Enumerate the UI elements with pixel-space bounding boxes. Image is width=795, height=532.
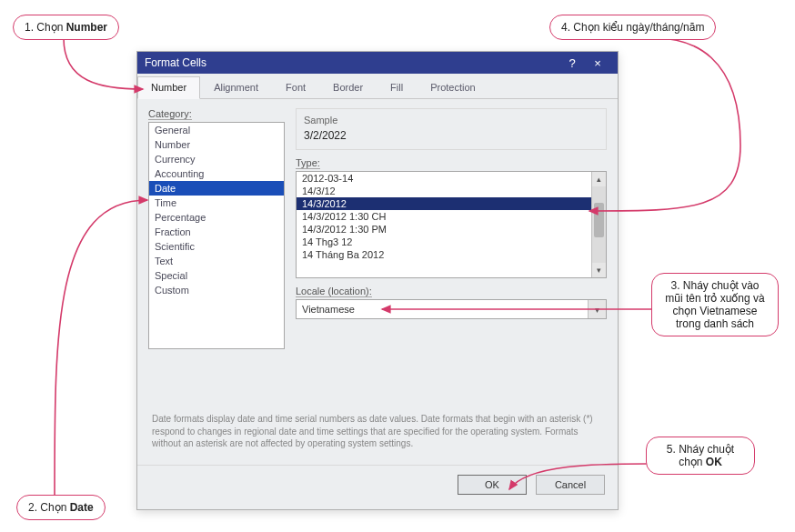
category-item-currency[interactable]: Currency <box>149 152 284 166</box>
category-item-fraction[interactable]: Fraction <box>149 225 284 239</box>
right-column: Sample 3/2/2022 Type: 2012-03-14 14/3/12… <box>296 108 607 349</box>
type-item-selected[interactable]: 14/3/2012 <box>297 197 591 210</box>
help-button[interactable]: ? <box>559 56 585 70</box>
type-item[interactable]: 14/3/12 <box>297 185 591 197</box>
callout-3: 3. Nháy chuột vào mũi tên trỏ xuống và c… <box>651 273 779 336</box>
type-scrollbar[interactable]: ▴ ▾ <box>591 172 606 277</box>
type-list[interactable]: 2012-03-14 14/3/12 14/3/2012 14/3/2012 1… <box>296 171 607 278</box>
tab-number[interactable]: Number <box>137 76 200 99</box>
category-item-number[interactable]: Number <box>149 137 284 152</box>
category-label: Category: <box>148 108 285 120</box>
locale-value: Vietnamese <box>297 304 588 315</box>
format-cells-dialog: Format Cells ? × Number Alignment Font B… <box>136 51 619 510</box>
locale-label: Locale (location): <box>296 286 607 297</box>
button-row: OK Cancel <box>137 465 618 506</box>
titlebar: Format Cells ? × <box>137 52 618 74</box>
description-text: Date formats display date and time seria… <box>148 413 607 450</box>
chevron-down-icon[interactable]: ▾ <box>588 300 606 318</box>
dialog-title: Format Cells <box>145 56 206 69</box>
category-item-special[interactable]: Special <box>149 268 284 283</box>
sample-box: Sample 3/2/2022 <box>296 108 607 150</box>
dialog-content: Category: General Number Currency Accoun… <box>137 99 618 457</box>
close-button[interactable]: × <box>585 56 610 70</box>
tab-alignment[interactable]: Alignment <box>200 76 272 98</box>
type-label: Type: <box>296 157 607 169</box>
cancel-button[interactable]: Cancel <box>536 475 605 495</box>
callout-4: 4. Chọn kiểu ngày/tháng/năm <box>549 15 716 40</box>
tab-protection[interactable]: Protection <box>417 76 489 98</box>
type-list-inner: 2012-03-14 14/3/12 14/3/2012 14/3/2012 1… <box>297 172 591 277</box>
locale-row: Locale (location): Vietnamese ▾ <box>296 286 607 319</box>
category-item-time[interactable]: Time <box>149 196 284 210</box>
type-item[interactable]: 14 Thg3 12 <box>297 236 591 248</box>
type-item[interactable]: 14/3/2012 1:30 CH <box>297 210 591 223</box>
callout-2: 2. Chọn Date <box>16 495 106 520</box>
locale-select[interactable]: Vietnamese ▾ <box>296 299 607 319</box>
ok-button[interactable]: OK <box>458 475 527 495</box>
category-item-text[interactable]: Text <box>149 254 284 268</box>
callout-1: 1. Chọn Number <box>13 15 119 40</box>
callout-5: 5. Nháy chuột chọn OK <box>646 437 755 475</box>
category-list[interactable]: General Number Currency Accounting Date … <box>148 122 285 349</box>
tab-font[interactable]: Font <box>272 76 319 98</box>
type-item[interactable]: 2012-03-14 <box>297 172 591 185</box>
scroll-thumb[interactable] <box>594 203 604 237</box>
type-item[interactable]: 14/3/2012 1:30 PM <box>297 223 591 236</box>
sample-label: Sample <box>304 115 599 125</box>
sample-value: 3/2/2022 <box>304 129 599 142</box>
category-item-general[interactable]: General <box>149 123 284 137</box>
category-item-percentage[interactable]: Percentage <box>149 210 284 225</box>
scroll-up-icon[interactable]: ▴ <box>592 172 606 186</box>
category-column: Category: General Number Currency Accoun… <box>148 108 285 349</box>
category-item-scientific[interactable]: Scientific <box>149 239 284 254</box>
tab-row: Number Alignment Font Border Fill Protec… <box>137 74 618 99</box>
category-item-accounting[interactable]: Accounting <box>149 166 284 181</box>
tab-fill[interactable]: Fill <box>377 76 417 98</box>
scroll-down-icon[interactable]: ▾ <box>592 263 606 277</box>
type-item[interactable]: 14 Tháng Ba 2012 <box>297 248 591 261</box>
tab-border[interactable]: Border <box>319 76 377 98</box>
category-item-date[interactable]: Date <box>149 181 284 196</box>
category-item-custom[interactable]: Custom <box>149 283 284 297</box>
